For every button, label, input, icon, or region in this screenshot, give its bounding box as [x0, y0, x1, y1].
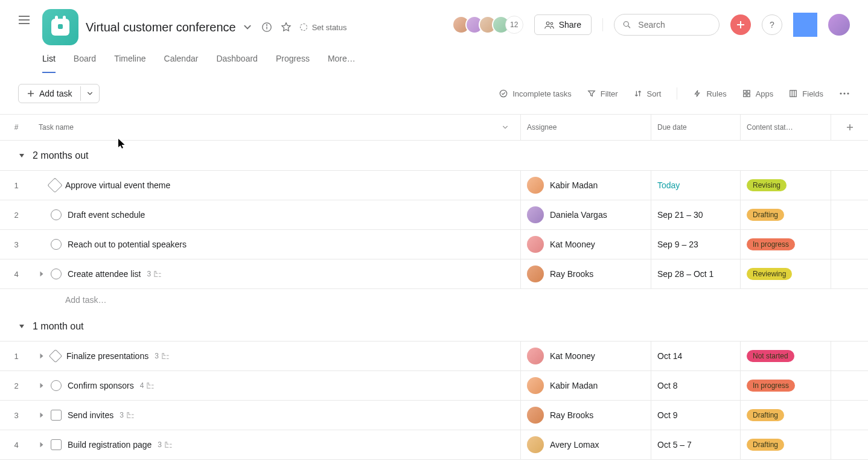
due-date-cell[interactable]: Oct 5 – 7 [651, 430, 740, 459]
task-title[interactable]: Create attendee list [68, 269, 141, 279]
completion-filter-label: Incomplete tasks [512, 89, 572, 98]
due-date-cell[interactable]: Sep 28 – Oct 1 [651, 259, 740, 288]
task-row[interactable]: 4 Create attendee list 3 Ray Brooks Sep … [0, 259, 868, 289]
status-cell[interactable]: Drafting [740, 430, 831, 459]
svg-point-24 [847, 92, 849, 94]
tab-board[interactable]: Board [74, 54, 96, 73]
app-switcher[interactable] [793, 13, 817, 37]
project-name-dropdown-icon[interactable] [243, 23, 252, 31]
task-title[interactable]: Approve virtual event theme [65, 180, 170, 190]
assignee-avatar [527, 377, 544, 394]
extra-cell [831, 371, 868, 400]
task-title[interactable]: Draft event schedule [68, 210, 145, 220]
due-date-cell[interactable]: Today [651, 171, 740, 200]
assignee-cell[interactable]: Ray Brooks [520, 259, 651, 288]
filter-button[interactable]: Filter [587, 89, 618, 98]
assignee-cell[interactable]: Daniela Vargas [520, 200, 651, 229]
assignee-cell[interactable]: Kat Mooney [520, 342, 651, 370]
my-avatar[interactable] [828, 14, 850, 36]
complete-circle-icon[interactable] [51, 239, 62, 250]
task-row[interactable]: 3 Reach out to potential speakers Kat Mo… [0, 229, 868, 259]
status-cell[interactable]: Drafting [740, 401, 831, 430]
set-status-button[interactable]: Set status [300, 23, 347, 32]
col-content-status[interactable]: Content stat… [740, 115, 831, 140]
due-date-cell[interactable]: Oct 9 [651, 401, 740, 430]
sort-button[interactable]: Sort [634, 89, 662, 98]
milestone-icon[interactable] [49, 349, 63, 363]
status-cell[interactable]: Not started [740, 342, 831, 370]
assignee-cell[interactable]: Avery Lomax [520, 430, 651, 459]
add-task-dropdown[interactable] [80, 86, 99, 101]
assignee-cell[interactable]: Ray Brooks [520, 401, 651, 430]
expand-subtasks-toggle[interactable] [39, 442, 45, 448]
project-members[interactable]: 12 [452, 16, 523, 34]
section-title[interactable]: 2 months out [33, 150, 89, 161]
complete-square-icon[interactable] [51, 439, 62, 450]
sidebar-toggle[interactable] [18, 9, 30, 25]
project-title[interactable]: Virtual customer conference [86, 21, 236, 33]
expand-subtasks-toggle[interactable] [39, 383, 45, 389]
add-column-button[interactable] [831, 115, 868, 140]
section-collapse-toggle[interactable] [18, 323, 25, 330]
expand-subtasks-toggle[interactable] [39, 271, 45, 277]
status-cell[interactable]: Reviewing [740, 259, 831, 288]
complete-circle-icon[interactable] [51, 380, 62, 391]
assignee-cell[interactable]: Kabir Madan [520, 371, 651, 400]
tab-dashboard[interactable]: Dashboard [216, 54, 258, 73]
section-collapse-toggle[interactable] [18, 152, 25, 159]
due-date-text: Oct 8 [657, 381, 677, 390]
share-button[interactable]: Share [534, 14, 592, 35]
task-title[interactable]: Confirm sponsors [68, 381, 134, 390]
due-date-cell[interactable]: Oct 14 [651, 342, 740, 370]
tab-progress[interactable]: Progress [276, 54, 310, 73]
approval-icon[interactable] [49, 179, 61, 191]
status-cell[interactable]: In progress [740, 371, 831, 400]
due-date-cell[interactable]: Sep 21 – 30 [651, 200, 740, 229]
complete-circle-icon[interactable] [51, 269, 62, 279]
add-task-inline[interactable]: Add task… [65, 295, 106, 305]
expand-subtasks-toggle[interactable] [39, 412, 45, 418]
tab-list[interactable]: List [42, 54, 56, 73]
help-button[interactable]: ? [762, 14, 782, 35]
fields-button[interactable]: Fields [789, 89, 823, 98]
col-assignee[interactable]: Assignee [520, 115, 651, 140]
task-row[interactable]: 4 Build registration page 3 Avery Lomax … [0, 430, 868, 460]
add-task-button[interactable]: Add task [18, 84, 100, 103]
assignee-cell[interactable]: Kat Mooney [520, 230, 651, 259]
ellipsis-icon [839, 92, 850, 95]
task-title[interactable]: Build registration page [68, 440, 152, 450]
rules-button[interactable]: Rules [693, 89, 726, 98]
status-cell[interactable]: In progress [740, 230, 831, 259]
task-row[interactable]: 3 Send invites 3 Ray Brooks Oct 9 Drafti… [0, 400, 868, 430]
due-date-cell[interactable]: Sep 9 – 23 [651, 230, 740, 259]
info-icon[interactable] [261, 22, 272, 33]
star-icon[interactable] [281, 22, 292, 33]
completion-filter[interactable]: Incomplete tasks [499, 89, 572, 98]
tab-timeline[interactable]: Timeline [114, 54, 145, 73]
apps-button[interactable]: Apps [742, 89, 774, 98]
task-title[interactable]: Finalize presentations [66, 351, 148, 361]
assignee-name: Avery Lomax [550, 440, 599, 450]
assignee-cell[interactable]: Kabir Madan [520, 171, 651, 200]
col-due-date[interactable]: Due date [651, 115, 740, 140]
task-row[interactable]: 1 Approve virtual event theme Kabir Mada… [0, 170, 868, 200]
complete-circle-icon[interactable] [51, 209, 62, 220]
task-title[interactable]: Reach out to potential speakers [68, 240, 187, 249]
status-cell[interactable]: Revising [740, 171, 831, 200]
section-title[interactable]: 1 month out [33, 321, 84, 332]
search-input[interactable] [637, 19, 710, 30]
more-actions[interactable] [839, 92, 850, 95]
task-row[interactable]: 2 Draft event schedule Daniela Vargas Se… [0, 200, 868, 230]
task-row[interactable]: 2 Confirm sponsors 4 Kabir Madan Oct 8 I… [0, 370, 868, 401]
tab-calendar[interactable]: Calendar [164, 54, 199, 73]
quick-add-button[interactable] [730, 14, 751, 35]
due-date-cell[interactable]: Oct 8 [651, 371, 740, 400]
col-task-name[interactable]: Task name [33, 115, 520, 140]
search-box[interactable] [614, 14, 720, 36]
tab-more[interactable]: More… [328, 54, 356, 73]
complete-square-icon[interactable] [51, 410, 62, 421]
task-title[interactable]: Send invites [68, 410, 113, 420]
status-cell[interactable]: Drafting [740, 200, 831, 229]
expand-subtasks-toggle[interactable] [39, 353, 45, 359]
task-row[interactable]: 1 Finalize presentations 3 Kat Mooney Oc… [0, 341, 868, 371]
